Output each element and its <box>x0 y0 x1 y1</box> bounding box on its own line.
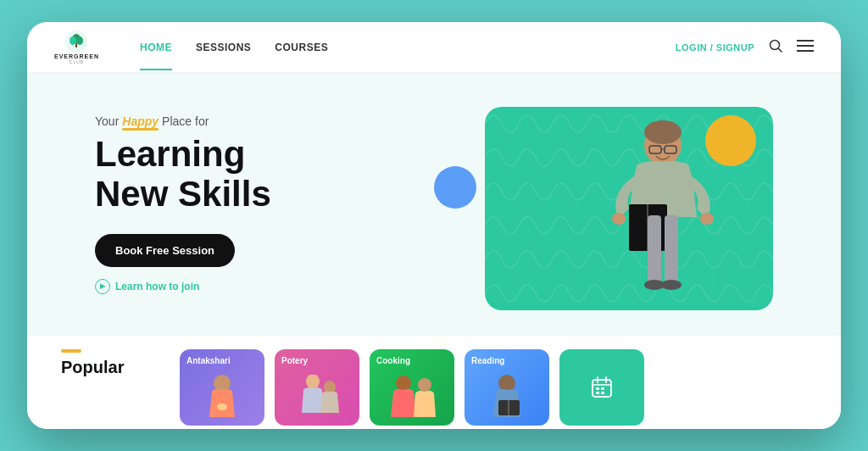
svg-rect-37 <box>596 387 599 390</box>
calendar-icon <box>590 376 614 399</box>
login-signup-link[interactable]: LOGIN / SIGNUP <box>676 42 754 53</box>
course-label-antakshari: Antakshari <box>186 356 231 365</box>
navbar: EVERGREEN CLUB HOME SESSIONS COURSES LOG… <box>27 22 841 73</box>
book-free-session-button[interactable]: Book Free Session <box>95 234 235 267</box>
course-card-cooking[interactable]: Cooking <box>370 349 454 426</box>
nav-links: HOME SESSIONS COURSES <box>140 42 648 53</box>
course-card-schedule[interactable] <box>559 349 644 426</box>
nav-courses[interactable]: COURSES <box>275 42 328 53</box>
svg-rect-21 <box>665 215 678 283</box>
svg-rect-4 <box>75 44 77 47</box>
potery-figure <box>275 370 359 426</box>
svg-point-2 <box>70 36 76 45</box>
popular-dot <box>61 349 81 353</box>
antakshari-figure <box>180 370 264 426</box>
svg-point-26 <box>306 375 320 389</box>
logo[interactable]: EVERGREEN CLUB <box>54 30 99 64</box>
person-illustration <box>587 115 739 327</box>
course-card-reading[interactable]: Reading <box>465 349 549 426</box>
courses-row: Antakshari Potery <box>180 349 807 426</box>
svg-point-5 <box>771 40 780 49</box>
hero-title-line2: New Skills <box>95 174 271 214</box>
hero-section: Your Happy Place for Learning New Skills… <box>27 73 841 336</box>
course-label-cooking: Cooking <box>376 356 410 365</box>
learn-link-text: Learn how to join <box>115 281 199 292</box>
brand-name: EVERGREEN <box>54 53 99 59</box>
course-card-antakshari[interactable]: Antakshari <box>180 349 264 426</box>
nav-right: LOGIN / SIGNUP <box>676 38 814 57</box>
svg-point-17 <box>700 213 714 225</box>
tagline-prefix: Your <box>95 114 119 128</box>
svg-line-6 <box>779 48 782 52</box>
search-icon[interactable] <box>768 38 783 57</box>
svg-rect-40 <box>601 392 604 394</box>
nav-sessions[interactable]: SESSIONS <box>196 42 251 53</box>
course-card-potery[interactable]: Potery <box>275 349 359 426</box>
svg-point-28 <box>396 376 411 391</box>
svg-rect-38 <box>601 387 604 390</box>
svg-point-23 <box>661 280 682 290</box>
course-label-reading: Reading <box>471 356 504 365</box>
svg-point-16 <box>612 213 626 225</box>
course-label-potery: Potery <box>281 356 308 365</box>
svg-point-12 <box>644 120 682 144</box>
tagline-highlight: Happy <box>122 114 159 128</box>
svg-point-29 <box>418 378 431 392</box>
reading-figure <box>465 370 549 426</box>
device-frame: EVERGREEN CLUB HOME SESSIONS COURSES LOG… <box>27 22 841 429</box>
cooking-figure <box>370 370 454 426</box>
play-icon: ▶ <box>95 279 110 294</box>
nav-home[interactable]: HOME <box>140 42 172 53</box>
hero-title-line1: Learning <box>95 134 245 174</box>
svg-point-3 <box>76 36 83 45</box>
svg-point-25 <box>217 404 227 410</box>
popular-label-area: Popular <box>61 349 180 377</box>
popular-heading: Popular <box>61 358 180 377</box>
logo-icon <box>64 30 88 53</box>
brand-subtitle: CLUB <box>70 59 84 64</box>
blue-circle <box>434 166 476 209</box>
bottom-section: Popular Antakshari Potery <box>27 336 841 429</box>
svg-rect-39 <box>596 392 599 394</box>
svg-rect-20 <box>648 215 661 283</box>
menu-icon[interactable] <box>797 39 814 56</box>
tagline-suffix: Place for <box>162 114 209 128</box>
